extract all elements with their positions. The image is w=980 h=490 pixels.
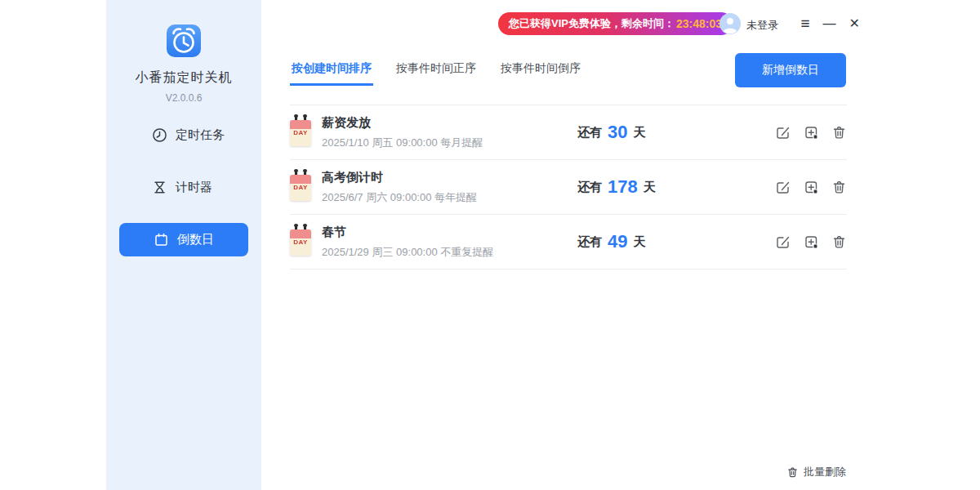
tab-sort-by-event-time-desc[interactable]: 按事件时间倒序: [499, 53, 582, 86]
edit-icon[interactable]: [775, 125, 791, 140]
app-title: 小番茄定时关机: [136, 69, 233, 87]
remaining-unit: 天: [644, 180, 656, 195]
countdown-info: 薪资发放 2025/1/10 周五 09:00:00 每月提醒: [322, 115, 577, 150]
vip-remaining-timer: 23:48:03: [676, 17, 722, 30]
close-icon[interactable]: ✕: [849, 16, 860, 32]
sidebar-item-countdown-days[interactable]: 倒数日: [119, 223, 248, 256]
day-calendar-icon: DAY: [290, 118, 311, 146]
hamburger-menu-icon[interactable]: ≡: [801, 16, 810, 32]
sidebar-item-timer[interactable]: 计时器: [119, 171, 248, 204]
countdown-row[interactable]: DAY 薪资发放 2025/1/10 周五 09:00:00 每月提醒 还有 3…: [290, 105, 847, 160]
remaining-prefix: 还有: [577, 234, 602, 250]
add-to-desktop-icon[interactable]: [804, 125, 819, 140]
window-controls: ≡ — ✕: [801, 16, 861, 32]
calendar-icon: [154, 232, 169, 247]
row-actions: [775, 180, 847, 195]
add-to-desktop-icon[interactable]: [804, 180, 819, 195]
sort-tabs: 按创建时间排序 按事件时间正序 按事件时间倒序: [290, 53, 582, 86]
row-actions: [775, 234, 847, 250]
countdown-title: 薪资发放: [322, 115, 577, 131]
countdown-datetime: 2025/6/7 周六 09:00:00 每年提醒: [322, 190, 577, 205]
clock-icon: [152, 127, 167, 143]
countdown-info: 高考倒计时 2025/6/7 周六 09:00:00 每年提醒: [322, 170, 577, 205]
remaining-prefix: 还有: [577, 125, 602, 140]
app-version: V2.0.0.6: [166, 92, 203, 104]
remaining-unit: 天: [633, 234, 645, 250]
sidebar-item-label: 定时任务: [176, 127, 225, 143]
hourglass-icon: [152, 180, 167, 195]
delete-icon[interactable]: [831, 234, 847, 250]
add-to-desktop-icon[interactable]: [804, 234, 819, 250]
countdown-datetime: 2025/1/29 周三 09:00:00 不重复提醒: [322, 245, 577, 260]
sidebar: 小番茄定时关机 V2.0.0.6 定时任务 计时器: [106, 0, 261, 490]
main-panel: 您已获得VIP免费体验，剩余时间：23:48:03 未登录 ≡ — ✕ 按创建时…: [261, 0, 878, 490]
countdown-datetime: 2025/1/10 周五 09:00:00 每月提醒: [322, 136, 577, 150]
sidebar-item-label: 计时器: [176, 180, 212, 195]
remaining-days: 30: [608, 122, 627, 143]
tab-sort-by-created-time[interactable]: 按创建时间排序: [290, 53, 373, 86]
minimize-icon[interactable]: —: [823, 16, 836, 32]
vip-banner-text: 您已获得VIP免费体验，剩余时间：: [509, 16, 675, 31]
edit-icon[interactable]: [775, 234, 791, 250]
countdown-row[interactable]: DAY 春节 2025/1/29 周三 09:00:00 不重复提醒 还有 49…: [290, 215, 847, 270]
delete-icon[interactable]: [831, 180, 847, 195]
delete-icon[interactable]: [831, 125, 847, 140]
sidebar-menu: 定时任务 计时器 倒数日: [106, 118, 261, 275]
countdown-row[interactable]: DAY 高考倒计时 2025/6/7 周六 09:00:00 每年提醒 还有 1…: [290, 160, 847, 215]
day-badge-label: DAY: [290, 129, 311, 146]
trash-icon: [786, 466, 799, 479]
countdown-remaining: 还有 178 天: [577, 176, 775, 198]
app-window: 小番茄定时关机 V2.0.0.6 定时任务 计时器: [106, 0, 878, 490]
app-logo-alarm-clock-icon: [163, 22, 204, 60]
login-status-label[interactable]: 未登录: [746, 18, 778, 33]
row-actions: [775, 125, 847, 140]
day-calendar-icon: DAY: [290, 173, 311, 201]
edit-icon[interactable]: [775, 180, 791, 195]
sidebar-item-label: 倒数日: [177, 232, 214, 247]
batch-delete-button[interactable]: 批量删除: [786, 465, 846, 479]
day-calendar-icon: DAY: [290, 228, 311, 256]
remaining-prefix: 还有: [577, 180, 602, 195]
batch-delete-label: 批量删除: [804, 465, 846, 479]
remaining-days: 178: [608, 176, 638, 198]
countdown-list: DAY 薪资发放 2025/1/10 周五 09:00:00 每月提醒 还有 3…: [290, 105, 847, 270]
countdown-remaining: 还有 49 天: [577, 231, 775, 252]
countdown-title: 春节: [322, 225, 577, 240]
tabs-row: 按创建时间排序 按事件时间正序 按事件时间倒序 新增倒数日: [290, 53, 846, 87]
day-badge-label: DAY: [290, 184, 311, 201]
countdown-info: 春节 2025/1/29 周三 09:00:00 不重复提醒: [322, 225, 577, 260]
tab-sort-by-event-time-asc[interactable]: 按事件时间正序: [394, 53, 478, 86]
sidebar-item-scheduled-tasks[interactable]: 定时任务: [119, 118, 248, 152]
add-countdown-button[interactable]: 新增倒数日: [735, 53, 846, 87]
user-avatar[interactable]: [719, 13, 741, 34]
remaining-unit: 天: [633, 125, 645, 140]
countdown-title: 高考倒计时: [322, 170, 577, 185]
day-badge-label: DAY: [290, 238, 311, 256]
remaining-days: 49: [608, 231, 627, 252]
vip-banner[interactable]: 您已获得VIP免费体验，剩余时间：23:48:03: [498, 12, 733, 35]
countdown-remaining: 还有 30 天: [577, 122, 775, 143]
